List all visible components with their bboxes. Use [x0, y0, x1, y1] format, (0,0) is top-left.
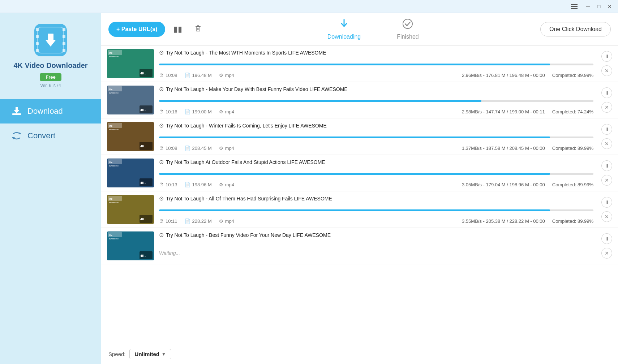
video-icon: ⊙ — [159, 122, 164, 129]
svg-rect-4 — [16, 107, 18, 111]
svg-rect-2 — [12, 113, 21, 115]
trash-icon — [194, 24, 202, 34]
item-pause-button[interactable]: ⏸ — [601, 160, 612, 171]
maximize-button[interactable]: □ — [593, 1, 604, 12]
svg-text:life: life — [109, 234, 112, 237]
speed-select[interactable]: Unlimited ▼ — [129, 349, 171, 359]
item-title: ⊙ Try Not To Laugh - The Most WTH Moment… — [159, 49, 593, 56]
video-icon: ⊙ — [159, 159, 164, 165]
item-close-button[interactable]: ✕ — [601, 211, 612, 222]
speed-info: 3.05MB/s - 179.04 M / 198.96 M - 00:00 — [462, 182, 545, 187]
svg-rect-7 — [196, 27, 200, 31]
speed-info: 3.55MB/s - 205.38 M / 228.22 M - 00:00 — [462, 218, 545, 224]
close-button[interactable]: ✕ — [604, 1, 615, 12]
download-item-4: life awesome 4K↓ ⊙ Try Not To Laugh At O… — [101, 155, 618, 191]
thumb-background: life awesome 4K↓ — [107, 49, 154, 78]
film-dot — [63, 49, 65, 52]
duration-group: ⏱ 10:13 — [159, 182, 177, 187]
item-meta: ⏱ 10:16 📄 199.00 M ⚙ mp4 2.98MB/s - 147.… — [159, 109, 593, 114]
completed-info: Completed: 74.24% — [552, 109, 593, 114]
film-dot — [36, 42, 39, 45]
title-text: Try Not To Laugh - Make Your Day With Be… — [166, 86, 348, 92]
format-icon: ⚙ — [219, 73, 223, 78]
item-close-button[interactable]: ✕ — [601, 248, 612, 259]
title-bar: ─ □ ✕ — [0, 0, 618, 13]
svg-text:awesome: awesome — [109, 201, 119, 203]
video-icon: ⊙ — [159, 49, 164, 56]
speed-value: Unlimited — [135, 351, 159, 357]
sidebar-item-download[interactable]: Download — [0, 99, 101, 124]
tab-downloading[interactable]: Downloading — [320, 15, 368, 43]
clock-icon: ⏱ — [159, 146, 164, 151]
svg-text:4K↓: 4K↓ — [140, 72, 146, 75]
completed-info: Completed: 89.99% — [552, 73, 593, 78]
svg-text:4K↓: 4K↓ — [140, 108, 146, 112]
film-dot — [63, 28, 65, 31]
download-nav-icon — [11, 105, 22, 117]
item-actions: ⏸ ✕ — [598, 122, 612, 151]
item-actions: ⏸ ✕ — [598, 49, 612, 78]
minimize-icon: ─ — [586, 4, 590, 9]
svg-text:awesome: awesome — [109, 238, 119, 240]
item-close-button[interactable]: ✕ — [601, 65, 612, 76]
item-actions: ⏸ ✕ — [598, 86, 612, 114]
speed-info: 2.96MB/s - 176.81 M / 196.48 M - 00:00 — [462, 73, 545, 78]
sidebar-item-convert[interactable]: Convert — [0, 124, 101, 148]
paste-url-button[interactable]: + Paste URL(s) — [108, 22, 165, 37]
thumb-background: life awesome 4K↓ — [107, 122, 154, 151]
svg-text:4K↓: 4K↓ — [140, 254, 146, 257]
file-icon: 📄 — [185, 182, 190, 187]
convert-nav-icon — [11, 130, 22, 142]
item-pause-button[interactable]: ⏸ — [601, 51, 612, 62]
speed-label: Speed: — [108, 351, 126, 357]
title-text: Try Not To Laugh - Winter Fails Is Comin… — [166, 123, 327, 129]
duration-value: 10:08 — [166, 146, 177, 151]
item-pause-button[interactable]: ⏸ — [601, 87, 612, 98]
minimize-button[interactable]: ─ — [583, 1, 593, 12]
pause-button[interactable]: ▮▮ — [170, 22, 185, 37]
pause-icon: ▮▮ — [173, 25, 182, 34]
sidebar-download-label: Download — [27, 107, 63, 116]
menu-line — [571, 4, 578, 5]
video-icon: ⊙ — [159, 231, 164, 238]
progress-bar — [159, 100, 481, 102]
sidebar: 4K Video Downloader Free Ver. 6.2.74 Dow… — [0, 13, 101, 364]
download-item-5: life awesome 4K↓ ⊙ Try Not To Laugh - Al… — [101, 191, 618, 228]
size-group: 📄 208.45 M — [185, 146, 212, 151]
downloading-tab-label: Downloading — [327, 34, 361, 40]
item-close-button[interactable]: ✕ — [601, 175, 612, 186]
item-content: ⊙ Try Not To Laugh - Make Your Day With … — [159, 86, 593, 114]
tab-finished[interactable]: Finished — [390, 15, 426, 43]
completed-info: Completed: 89.99% — [552, 182, 593, 187]
progress-bar-wrap — [159, 173, 593, 175]
file-icon: 📄 — [185, 218, 190, 224]
delete-button[interactable] — [190, 22, 206, 37]
item-close-button[interactable]: ✕ — [601, 102, 612, 113]
svg-text:awesome: awesome — [109, 55, 119, 57]
format-icon: ⚙ — [219, 146, 223, 151]
menu-button[interactable] — [569, 1, 580, 12]
completed-info: Completed: 89.99% — [552, 146, 593, 151]
item-thumbnail: life awesome 4K↓ — [107, 231, 154, 260]
finished-check-icon — [402, 18, 413, 32]
duration-group: ⏱ 10:11 — [159, 218, 177, 224]
item-thumbnail: life awesome 4K↓ — [107, 86, 154, 114]
item-pause-button[interactable]: ⏸ — [601, 124, 612, 135]
one-click-download-button[interactable]: One Click Download — [540, 22, 611, 36]
item-pause-button[interactable]: ⏸ — [601, 197, 612, 208]
progress-bar — [159, 173, 550, 175]
item-pause-button[interactable]: ⏸ — [601, 233, 612, 244]
item-meta: ⏱ 10:13 📄 198.96 M ⚙ mp4 3.05MB/s - 179.… — [159, 182, 593, 187]
item-actions: ⏸ ✕ — [598, 231, 612, 260]
duration-value: 10:11 — [166, 218, 177, 224]
svg-text:life: life — [109, 88, 112, 91]
svg-text:life: life — [109, 52, 112, 54]
item-content: ⊙ Try Not To Laugh - Best Funny Video Fo… — [159, 231, 593, 260]
size-group: 📄 199.00 M — [185, 109, 212, 114]
title-text: Try Not To Laugh - Best Funny Video For … — [166, 232, 331, 238]
download-item-1: life awesome 4K↓ ⊙ Try Not To Laugh - Th… — [101, 46, 618, 82]
video-icon: ⊙ — [159, 195, 164, 202]
svg-marker-1 — [46, 40, 56, 47]
speed-dropdown-arrow: ▼ — [162, 352, 166, 357]
item-close-button[interactable]: ✕ — [601, 138, 612, 149]
